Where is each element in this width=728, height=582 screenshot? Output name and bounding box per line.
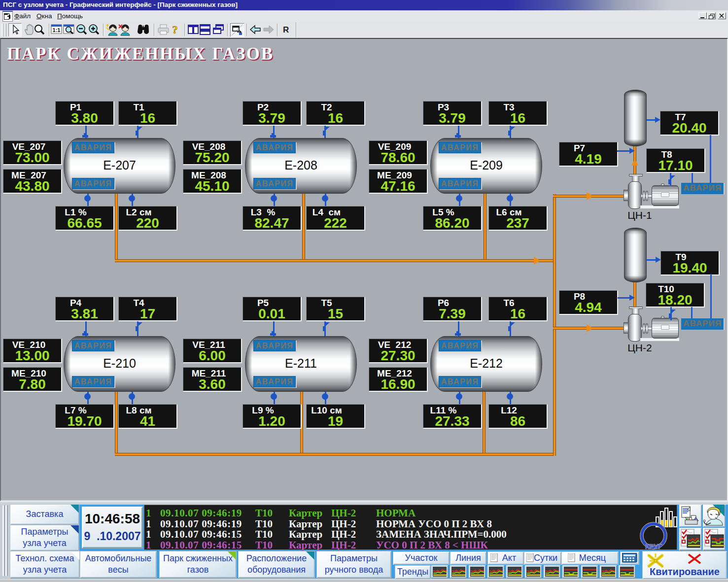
- svg-text:КРУГ: КРУГ: [645, 543, 662, 550]
- svg-text:A: A: [694, 516, 697, 521]
- svg-text:?: ?: [172, 24, 178, 36]
- svg-text:1:1: 1:1: [53, 27, 61, 33]
